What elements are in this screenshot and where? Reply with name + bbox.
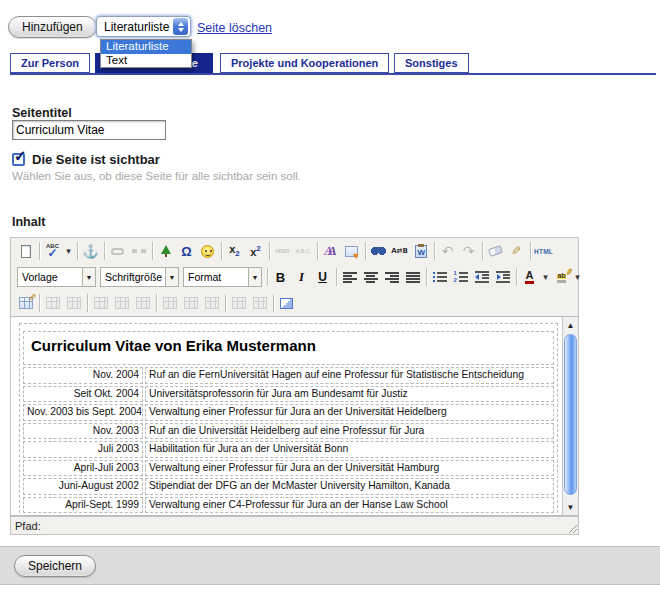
cv-row: April-Sept. 1999Verwaltung einer C4-Prof… <box>23 497 554 514</box>
link-icon[interactable] <box>108 241 127 261</box>
subscript-icon[interactable]: x2 <box>225 241 244 261</box>
superscript-icon[interactable]: x2 <box>246 241 265 261</box>
cv-date-cell: Nov. 2004 <box>23 367 143 384</box>
menu-option-text[interactable]: Text <box>101 54 191 68</box>
document-body[interactable]: Curriculum Vitae von Erika Mustermann No… <box>11 317 562 515</box>
scrollbar-thumb[interactable] <box>564 334 577 495</box>
outdent-icon[interactable] <box>472 267 491 287</box>
cv-date-cell: Juni-August 2002 <box>23 478 143 495</box>
toolbar-separator <box>273 294 274 312</box>
save-button[interactable]: Speichern <box>14 555 96 577</box>
new-document-icon[interactable] <box>16 241 35 261</box>
toolbar-separator <box>77 242 78 260</box>
merge-cells-icon[interactable] <box>250 293 269 313</box>
align-justify-icon[interactable] <box>403 267 422 287</box>
cv-text-cell: Verwaltung einer C4-Professur für Jura a… <box>145 497 554 514</box>
special-char-icon[interactable]: Ω <box>177 241 196 261</box>
editor-select-vorlage[interactable]: Vorlage▼ <box>17 267 96 287</box>
table-row-props-icon[interactable] <box>43 293 62 313</box>
toolbar-separator <box>482 242 483 260</box>
row-after-icon[interactable] <box>112 293 131 313</box>
anchor-icon[interactable]: ⚓ <box>81 241 100 261</box>
visual-aid-icon[interactable] <box>277 293 296 313</box>
highlight-icon[interactable]: ab <box>552 267 571 287</box>
emoticon-icon[interactable] <box>198 241 217 261</box>
col-after-icon[interactable] <box>181 293 200 313</box>
cv-text-cell: Verwaltung einer Professur für Jura an d… <box>145 404 554 421</box>
abbreviation-icon[interactable]: ABBR <box>273 241 292 261</box>
document-heading: Curriculum Vitae von Erika Mustermann <box>31 337 549 354</box>
undo-icon[interactable]: ↶ <box>438 241 457 261</box>
menu-option-literaturliste[interactable]: Literaturliste <box>101 40 191 54</box>
add-type-select-value: Literaturliste <box>97 20 169 34</box>
select-stepper-icon <box>173 18 188 35</box>
spellcheck-icon[interactable]: ABC✓ <box>43 241 62 261</box>
image-icon[interactable] <box>156 241 175 261</box>
tab-underline <box>10 73 656 75</box>
paste-word-icon[interactable] <box>411 241 430 261</box>
content-label: Inhalt <box>12 215 45 229</box>
cv-outer-table: Curriculum Vitae von Erika Mustermann No… <box>19 323 558 516</box>
remove-format-icon[interactable] <box>486 241 505 261</box>
numbered-list-icon[interactable] <box>451 267 470 287</box>
visible-checkbox-label: Die Seite ist sichtbar <box>32 152 160 167</box>
editor-select-schriftgre[interactable]: Schriftgröße▼ <box>100 267 179 287</box>
tab-sonstiges[interactable]: Sonstiges <box>394 53 469 73</box>
underline-icon[interactable]: U <box>313 267 332 287</box>
italic-icon[interactable]: I <box>292 267 311 287</box>
tab-projekte-und-kooperationen[interactable]: Projekte und Kooperationen <box>220 53 389 73</box>
row-before-icon[interactable] <box>91 293 110 313</box>
toolbar-separator <box>426 268 427 286</box>
page-title-input[interactable] <box>12 120 166 140</box>
toolbar-separator <box>152 242 153 260</box>
toolbar-separator <box>530 242 531 260</box>
bullet-list-icon[interactable] <box>430 267 449 287</box>
delete-page-link[interactable]: Seite löschen <box>197 21 272 35</box>
font-color-arrow-icon[interactable]: ▾ <box>541 267 550 287</box>
align-left-icon[interactable] <box>340 267 359 287</box>
scroll-down-icon[interactable]: ▼ <box>563 500 578 515</box>
resize-handle-icon[interactable] <box>567 523 577 533</box>
table-cell-props-icon[interactable] <box>64 293 83 313</box>
cv-text-cell: Ruf an die Universität Heidelberg auf ei… <box>145 423 554 440</box>
find-icon[interactable] <box>369 241 388 261</box>
add-type-select[interactable]: Literaturliste <box>96 16 191 37</box>
cleanup-icon[interactable]: ✎ <box>507 241 526 261</box>
cv-heading-cell: Curriculum Vitae von Erika Mustermann <box>23 331 554 365</box>
tab-zur-person[interactable]: Zur Person <box>10 53 90 73</box>
cv-row: Seit Okt. 2004Universitätsprofessorin fü… <box>23 386 554 403</box>
cv-text-cell: Verwaltung einer Professur für Jura an d… <box>145 460 554 477</box>
table-edit-icon[interactable] <box>16 293 35 313</box>
toolbar-separator <box>269 242 270 260</box>
cv-row: Nov. 2004Ruf an die FernUniversität Hage… <box>23 367 554 384</box>
scroll-up-icon[interactable]: ▲ <box>563 318 578 333</box>
delete-col-icon[interactable] <box>202 293 221 313</box>
highlight-arrow-icon[interactable]: ▾ <box>573 267 582 287</box>
toolbar-separator <box>39 294 40 312</box>
indent-icon[interactable] <box>493 267 512 287</box>
spellcheck-arrow-icon[interactable]: ▾ <box>64 241 73 261</box>
delete-row-icon[interactable] <box>133 293 152 313</box>
cv-table: Nov. 2004Ruf an die FernUniversität Hage… <box>21 365 556 515</box>
col-before-icon[interactable] <box>160 293 179 313</box>
editor-select-format[interactable]: Format▼ <box>183 267 262 287</box>
font-color-icon[interactable]: A <box>520 267 539 287</box>
editor-scrollbar[interactable]: ▲ ▼ <box>562 317 578 515</box>
visible-checkbox[interactable]: ✓ <box>12 153 25 166</box>
editor-content[interactable]: Curriculum Vitae von Erika Mustermann No… <box>11 316 578 516</box>
redo-icon[interactable]: ↷ <box>459 241 478 261</box>
align-right-icon[interactable] <box>382 267 401 287</box>
citation-icon[interactable]: AA <box>321 241 340 261</box>
cv-date-cell: Juli 2003 <box>23 441 143 458</box>
cv-row: Juli 2003Habilitation für Jura an der Un… <box>23 441 554 458</box>
bold-icon[interactable]: B <box>271 267 290 287</box>
html-source-icon[interactable]: HTML <box>534 241 553 261</box>
acronym-icon[interactable]: A.B.C. <box>294 241 313 261</box>
unlink-icon[interactable] <box>129 241 148 261</box>
align-center-icon[interactable] <box>361 267 380 287</box>
split-cells-icon[interactable] <box>229 293 248 313</box>
toolbar-separator <box>317 242 318 260</box>
add-button[interactable]: Hinzufügen <box>8 16 97 38</box>
attributes-icon[interactable] <box>342 241 361 261</box>
find-replace-icon[interactable]: A⇄B <box>390 241 409 261</box>
